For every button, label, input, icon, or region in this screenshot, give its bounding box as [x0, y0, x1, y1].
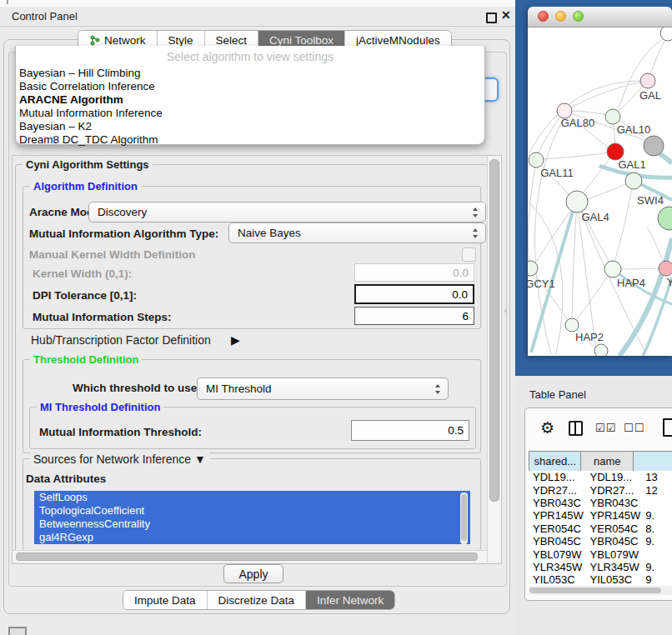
split-columns-icon[interactable]	[569, 421, 583, 436]
network-node[interactable]	[625, 172, 642, 189]
mi-steps-input[interactable]	[354, 307, 474, 325]
table-cell: YDL19...	[586, 471, 643, 483]
dpi-tolerance-input[interactable]	[354, 284, 474, 304]
dropdown-placeholder: Select algorithm to view settings	[16, 46, 484, 67]
network-node[interactable]	[604, 261, 621, 278]
apply-button-label: Apply	[238, 568, 268, 581]
control-panel-title: Control Panel	[12, 10, 78, 22]
aracne-mode-combobox[interactable]: Discovery	[88, 202, 486, 222]
attribute-item[interactable]: BetweennessCentrality	[34, 518, 470, 531]
column-header-shared-name[interactable]: shared...	[529, 452, 581, 471]
table-panel: Table Panel ⚙ ☑☑ ☐☐ shared... name YDL19…	[515, 376, 672, 635]
algorithm-option[interactable]: Dream8 DC_TDC Algorithm	[16, 133, 484, 147]
network-node[interactable]	[658, 207, 672, 230]
algorithm-option[interactable]: Mutual Information Inference	[16, 107, 484, 120]
network-node[interactable]	[659, 261, 672, 276]
network-view-window[interactable]: GALGAL80GAL10GAL1GAL11SWI4GAL4GCY1HAP4YH…	[528, 7, 672, 356]
data-attributes-list[interactable]: SelfLoopsTopologicalCoefficientBetweenne…	[34, 491, 470, 548]
table-row[interactable]: YDL19...YDL19...13	[529, 471, 672, 483]
collapsed-arrow-icon[interactable]: ▶	[231, 333, 240, 347]
table-cell: YBL079W	[529, 548, 586, 561]
network-graph[interactable]: GALGAL80GAL10GAL1GAL11SWI4GAL4GCY1HAP4YH…	[528, 28, 672, 356]
mi-threshold-input[interactable]	[351, 420, 469, 441]
document-icon[interactable]	[663, 418, 672, 437]
algorithm-option[interactable]: Basic Correlation Inference	[16, 80, 484, 93]
settings-gear-icon[interactable]: ⚙	[540, 418, 554, 438]
network-node[interactable]	[594, 344, 608, 356]
highlighted-edges	[531, 152, 672, 356]
table-header: shared... name	[529, 451, 672, 472]
hub-definition-label[interactable]: Hub/Transcription Factor Definition	[31, 333, 211, 347]
tab-discretize-data[interactable]: Discretize Data	[208, 591, 307, 609]
table-row[interactable]: YBR043CYBR043C	[529, 497, 672, 509]
minimize-traffic-light-icon[interactable]	[555, 11, 566, 22]
network-node[interactable]	[607, 143, 624, 160]
network-canvas[interactable]: GALGAL80GAL10GAL1GAL11SWI4GAL4GCY1HAP4YH…	[528, 28, 672, 356]
attribute-item[interactable]: gal4RGexp	[34, 531, 470, 544]
select-all-checkboxes-icon[interactable]: ☑☑	[595, 422, 616, 434]
table-cell: 9	[642, 573, 672, 586]
table-cell: YLR345W	[586, 561, 643, 573]
settings-horizontal-scrollbar-thumb[interactable]	[16, 552, 478, 561]
table-cell: 12	[642, 484, 672, 497]
algorithm-option[interactable]: Bayesian – K2	[16, 120, 484, 133]
table-row[interactable]: YBL079WYBL079W	[529, 548, 672, 560]
which-threshold-combobox[interactable]: MI Threshold	[197, 378, 449, 400]
panel-resize-handle[interactable]: ‹	[504, 307, 507, 315]
network-node[interactable]	[566, 191, 588, 212]
table-horizontal-scrollbar[interactable]	[529, 586, 672, 595]
table-row[interactable]: YER054CYER054C8.	[529, 522, 672, 535]
network-node[interactable]	[565, 318, 579, 332]
table-row[interactable]: YDR27...YDR27...12	[529, 483, 672, 496]
table-row[interactable]: YBR045CYBR045C9.	[529, 535, 672, 548]
tab-select-label: Select	[216, 34, 248, 47]
table-cell: YIL053C	[529, 573, 586, 586]
table-row[interactable]: YIL053CYIL053C9	[529, 573, 672, 586]
table-horizontal-scrollbar-thumb[interactable]	[529, 588, 661, 593]
mi-threshold-group-title: MI Threshold Definition	[37, 401, 163, 413]
table-cell: YDR27...	[529, 484, 586, 497]
tab-jactivemnodules-label: jActiveMNodules	[356, 34, 440, 47]
aracne-mode-value: Discovery	[98, 206, 147, 218]
column-header-label: shared...	[534, 455, 576, 468]
attribute-list-scrollbar-thumb[interactable]	[461, 494, 467, 541]
application-window: Control Panel ✕ Network Style Select Cyn…	[0, 0, 672, 635]
close-icon[interactable]: ✕	[501, 8, 511, 22]
table-cell: YPR145W	[586, 509, 643, 522]
settings-vertical-scrollbar-thumb[interactable]	[489, 159, 499, 502]
top-strip	[0, 0, 515, 7]
network-node-label: GCY1	[528, 278, 555, 290]
zoom-traffic-light-icon[interactable]	[573, 11, 584, 22]
tab-impute-data[interactable]: Impute Data	[123, 591, 208, 609]
apply-button[interactable]: Apply	[223, 564, 283, 583]
table-row[interactable]: YPR145WYPR145W9.	[529, 509, 672, 522]
tab-network-label: Network	[104, 34, 146, 47]
algorithm-option[interactable]: ARACNE Algorithm	[16, 93, 484, 107]
network-node[interactable]	[605, 109, 620, 124]
column-header-clipped[interactable]	[634, 452, 672, 471]
network-node[interactable]	[640, 73, 655, 88]
table-row[interactable]: YLR345WYLR345W9.	[529, 561, 672, 573]
tab-infer-network[interactable]: Infer Network	[306, 591, 394, 609]
table-cell: 9.	[642, 535, 672, 548]
threshold-definition-title: Threshold Definition	[30, 353, 142, 366]
manual-kernel-checkbox[interactable]	[462, 248, 476, 262]
expanded-arrow-icon[interactable]: ▼	[194, 452, 206, 466]
algorithm-option[interactable]: Bayesian – Hill Climbing	[16, 67, 484, 80]
close-traffic-light-icon[interactable]	[538, 11, 549, 22]
attribute-item[interactable]: SelfLoops	[34, 491, 470, 504]
float-window-icon[interactable]	[486, 12, 497, 23]
manual-kernel-label: Manual Kernel Width Definition	[29, 248, 195, 261]
network-node[interactable]	[529, 152, 544, 168]
deselect-all-checkboxes-icon[interactable]: ☐☐	[624, 422, 644, 434]
mi-type-combobox[interactable]: Naive Bayes	[228, 222, 486, 243]
docked-panel-icon[interactable]	[8, 627, 27, 635]
table-cell: 9.	[642, 509, 672, 522]
control-panel-titlebar: Control Panel ✕	[0, 7, 515, 27]
network-node-label: GAL	[639, 89, 661, 102]
network-node[interactable]	[644, 136, 664, 156]
attribute-item[interactable]: TopologicalCoefficient	[34, 504, 470, 518]
sources-group-title[interactable]: Sources for Network Inference ▼	[30, 452, 209, 466]
network-node-label: GAL80	[561, 117, 594, 129]
column-header-name[interactable]: name	[581, 452, 633, 471]
